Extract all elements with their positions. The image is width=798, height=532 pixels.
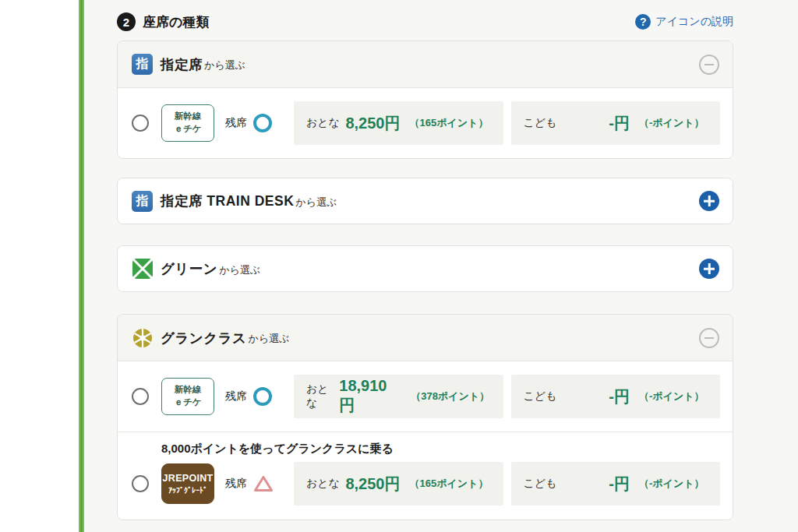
section-title-suffix: から選ぶ [295,193,337,210]
fare-row: 新幹線 ｅチケ 残席 おとな 8,250円 （165ポイント） こども -円 [118,88,733,158]
minus-icon [704,64,714,65]
child-label: こども [524,116,557,130]
availability: 残席 [225,387,288,406]
child-price-box: こども -円 （-ポイント） [511,462,721,506]
points-upgrade-row: 8,000ポイントを使ってグランクラスに乗る JREPOINT ｱｯﾌﾟｸﾞﾚｰ… [118,432,733,520]
section-reserved-seat: 指 指定席 から選ぶ 新幹線 ｅチケ 残席 おとな [117,41,733,159]
fare-radio[interactable] [132,115,149,132]
availability-label: 残席 [225,389,247,403]
section-heading: 2 座席の種類 ? アイコンの説明 [117,11,733,33]
section-title-suffix: から選ぶ [204,56,245,72]
icon-help-link[interactable]: ? アイコンの説明 [635,14,733,30]
icon-help-label: アイコンの説明 [655,15,733,29]
adult-label: おとな [306,477,340,491]
points-upgrade-note: 8,000ポイントを使ってグランクラスに乗る [161,442,720,456]
child-label: こども [524,477,557,491]
adult-points: （378ポイント） [411,389,490,403]
minus-icon [704,337,714,339]
fare-radio[interactable] [132,388,149,405]
badge-line2: ｅチケ [174,396,201,409]
child-price-box: こども -円 （-ポイント） [511,375,721,418]
fare-row: 新幹線 ｅチケ 残席 おとな 18,910円 （378ポイント） こども -円 [118,361,733,432]
collapse-button[interactable] [699,55,719,75]
expand-button[interactable] [699,191,719,211]
collapse-button[interactable] [699,328,719,348]
badge-line2: ｅチケ [174,123,201,136]
child-price: -円 [609,474,630,495]
section-title: 指定席 TRAIN DESK [161,192,294,210]
badge-line2: ｱｯﾌﾟｸﾞﾚｰﾄﾞ [168,485,207,496]
seat-selection-panel: 2 座席の種類 ? アイコンの説明 指 指定席 から選ぶ 新幹線 ｅチケ [84,0,798,532]
section-header-reserved[interactable]: 指 指定席 から選ぶ [118,41,733,88]
child-points: （-ポイント） [639,389,708,403]
section-title: 指定席 [161,55,203,74]
availability-circle-icon [253,114,272,132]
question-icon: ? [635,14,651,30]
section-gran-class: グランクラス から選ぶ 新幹線 ｅチケ 残席 おとな 18 [117,314,733,520]
section-title-suffix: から選ぶ [248,329,289,346]
adult-price: 8,250円 [345,113,400,134]
section-title: グリーン [161,259,217,278]
badge-line1: 新幹線 [175,384,202,396]
shinkansen-eticket-badge: 新幹線 ｅチケ [161,378,214,415]
page-title: 座席の種類 [143,13,209,31]
child-label: こども [524,389,557,403]
availability: 残席 [225,474,288,493]
green-car-icon [132,259,153,280]
section-train-desk: 指 指定席 TRAIN DESK から選ぶ [117,178,733,224]
page-accent-bar [79,0,84,532]
step-number-badge: 2 [117,12,136,31]
section-title-suffix: から選ぶ [219,261,260,277]
adult-price: 18,910円 [339,377,401,416]
badge-line1: JREPOINT [163,472,214,485]
section-title: グランクラス [161,329,246,347]
adult-price-box: おとな 18,910円 （378ポイント） [294,375,503,418]
jre-point-upgrade-badge: JREPOINT ｱｯﾌﾟｸﾞﾚｰﾄﾞ [161,463,214,504]
child-points: （-ポイント） [639,116,708,130]
section-green-car: グリーン から選ぶ [117,245,733,292]
expand-button[interactable] [699,259,719,279]
badge-line1: 新幹線 [175,111,202,123]
adult-price-box: おとな 8,250円 （165ポイント） [294,101,503,145]
adult-points: （165ポイント） [410,477,491,491]
child-points: （-ポイント） [639,477,708,491]
child-price: -円 [609,113,630,134]
fare-radio[interactable] [132,475,149,492]
reserved-seat-icon: 指 [132,54,153,75]
adult-label: おとな [306,116,340,130]
adult-points: （165ポイント） [410,116,491,130]
availability: 残席 [225,114,288,132]
availability-circle-icon [253,387,272,406]
section-header-green[interactable]: グリーン から選ぶ [118,246,733,291]
gran-class-icon [132,327,153,348]
section-header-gran-class[interactable]: グランクラス から選ぶ [118,315,733,361]
child-price-box: こども -円 （-ポイント） [511,101,721,145]
child-price: -円 [609,386,630,407]
section-header-train-desk[interactable]: 指 指定席 TRAIN DESK から選ぶ [118,178,733,224]
adult-price: 8,250円 [345,474,400,495]
reserved-seat-icon: 指 [132,191,153,212]
adult-label: おとな [306,382,339,410]
availability-label: 残席 [225,477,247,491]
shinkansen-eticket-badge: 新幹線 ｅチケ [161,104,214,142]
adult-price-box: おとな 8,250円 （165ポイント） [294,462,503,506]
availability-label: 残席 [225,116,247,130]
availability-triangle-icon [253,474,274,493]
